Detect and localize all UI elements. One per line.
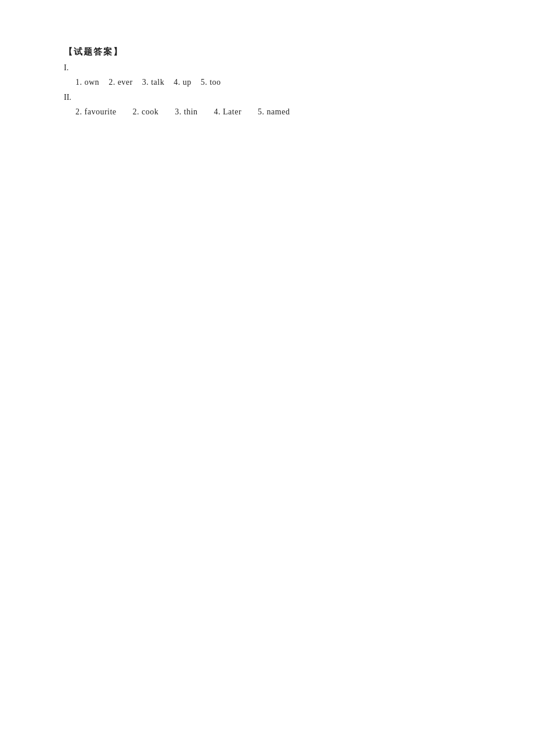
answer-i-5: 5. too (201, 78, 221, 87)
answer-i-4: 4. up (174, 78, 192, 87)
answer-ii-4: 4. Later (214, 107, 242, 116)
answer-ii-3: 3. thin (175, 107, 197, 116)
answer-i-2: 2. ever (109, 78, 133, 87)
section-i-label: I. (64, 63, 470, 73)
answer-i-3: 3. talk (142, 78, 165, 87)
answer-ii-5: 5. named (258, 107, 290, 116)
page-container: 【试题答案】 I. 1. own 2. ever 3. talk 4. up 5… (0, 0, 534, 169)
section-i-answers: 1. own 2. ever 3. talk 4. up 5. too (75, 75, 470, 89)
answer-ii-1: 2. favourite (75, 107, 117, 116)
answer-ii-2: 2. cook (133, 107, 159, 116)
section-ii-answers: 2. favourite 2. cook 3. thin 4. Later 5.… (75, 105, 470, 119)
section-ii-label: II. (64, 93, 470, 102)
page-title: 【试题答案】 (64, 46, 470, 57)
answer-i-1: 1. own (75, 78, 99, 87)
